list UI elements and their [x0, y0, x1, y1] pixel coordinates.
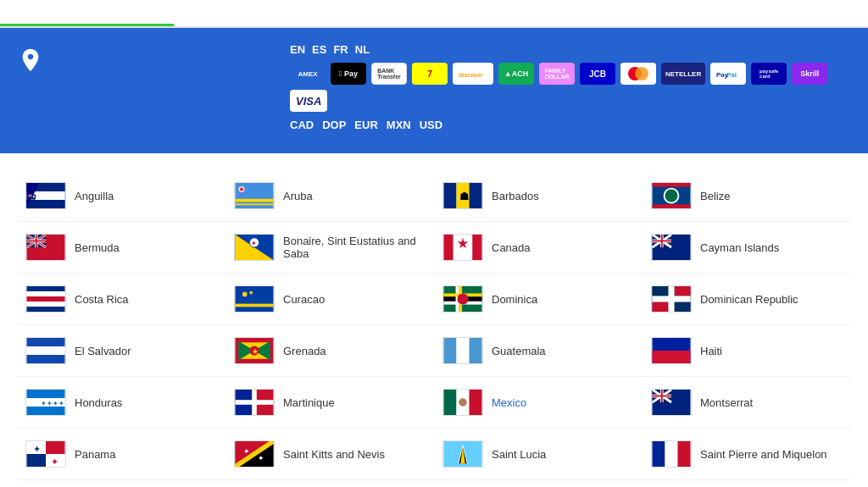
currency-eur: EUR	[354, 119, 377, 131]
country-name: Saint Kitts and Nevis	[283, 448, 385, 461]
tab-latam[interactable]	[694, 0, 868, 26]
country-flag: ✦✦	[25, 440, 66, 468]
tab-europe[interactable]	[174, 0, 348, 26]
country-item: Haiti	[643, 325, 851, 377]
pm-ach: ▲ACH	[498, 63, 534, 85]
svg-rect-73	[653, 296, 691, 302]
svg-point-62	[242, 292, 248, 297]
country-flag	[234, 389, 275, 416]
svg-text:✦: ✦	[258, 454, 264, 462]
country-name: El Salvador	[75, 345, 131, 357]
svg-rect-43	[444, 235, 453, 260]
svg-rect-94	[27, 407, 65, 415]
country-flag	[651, 285, 692, 313]
lang-es: ES	[312, 43, 326, 56]
svg-text:Pal: Pal	[726, 71, 737, 79]
svg-rect-130	[678, 441, 691, 467]
country-row: ✦✦Panama✦✦Saint Kitts and NevisSaint Luc…	[17, 429, 851, 480]
payment-methods-list: AMEX  Pay BANKTransfer 7 discover ▲ACH …	[290, 63, 851, 112]
country-flag	[651, 337, 692, 364]
tab-apac[interactable]	[348, 0, 521, 26]
svg-point-103	[459, 398, 466, 406]
country-row: Bermuda✦Bonaire, Sint Eustatius and Saba…	[17, 222, 851, 274]
lang-fr: FR	[333, 43, 348, 56]
tab-north-central[interactable]	[0, 0, 174, 26]
pm-neteller: NETELLER	[661, 63, 705, 85]
country-item: ✦Bonaire, Sint Eustatius and Saba	[225, 222, 434, 274]
country-item: Virgin Islands (British)	[643, 480, 851, 487]
country-flag: 🇦🇮	[25, 182, 66, 209]
country-row: 🇦🇮 AnguillaAruba☗BarbadosBelize	[17, 170, 851, 222]
pm-7eleven: 7	[412, 63, 448, 85]
svg-rect-79	[27, 338, 65, 346]
pm-bank: BANKTransfer	[371, 63, 407, 85]
country-flag: ☗	[442, 182, 483, 209]
country-name: Bermuda	[75, 241, 120, 254]
svg-rect-57	[27, 296, 65, 302]
currency-dop: DOP	[322, 119, 346, 131]
country-flag	[651, 182, 692, 209]
svg-rect-114	[27, 454, 47, 467]
svg-rect-45	[472, 235, 481, 260]
pm-jcb: JCB	[580, 63, 615, 85]
svg-rect-128	[653, 441, 665, 467]
country-name: Canada	[492, 241, 531, 254]
country-row: ✦✦✦✦✦HondurasMartiniqueMexicoMontserrat	[17, 377, 851, 429]
country-name: Grenada	[283, 345, 326, 357]
country-item: Curacao	[225, 274, 434, 325]
country-item: ★Grenada	[225, 325, 434, 377]
country-flag: ★	[234, 337, 275, 364]
country-item: Dominica	[434, 274, 643, 325]
pm-paysafe: paysafecard	[751, 63, 787, 85]
country-name[interactable]: Mexico	[492, 396, 526, 409]
svg-text:✦: ✦	[51, 457, 58, 467]
country-item: Mexico	[434, 377, 643, 429]
country-item: Costa Rica	[17, 274, 225, 325]
country-name: Haiti	[700, 345, 722, 357]
country-item: Cayman Islands	[643, 222, 851, 274]
svg-rect-56	[27, 291, 65, 296]
country-name: Curacao	[283, 293, 325, 306]
country-item: Bermuda	[17, 222, 225, 274]
country-name: Aruba	[283, 190, 313, 202]
svg-rect-87	[444, 338, 457, 363]
svg-text:★: ★	[252, 347, 259, 356]
svg-point-3	[635, 67, 648, 80]
svg-rect-25	[653, 183, 691, 187]
svg-rect-20	[444, 183, 457, 208]
country-item: Guatemala	[434, 325, 643, 377]
country-item: El Salvador	[17, 325, 225, 377]
svg-point-70	[457, 293, 468, 304]
svg-rect-16	[236, 203, 274, 205]
pm-mastercard	[620, 63, 656, 85]
country-flag	[25, 285, 66, 313]
country-item: Saint Pierre and Miquelon	[643, 429, 851, 480]
country-flag: ✦✦✦✦✦	[25, 389, 66, 416]
currency-usd: USD	[420, 119, 442, 131]
svg-text:✦: ✦	[251, 240, 257, 247]
svg-rect-77	[675, 302, 691, 312]
country-name: Costa Rica	[75, 293, 129, 306]
pm-amex: AMEX	[290, 63, 326, 85]
tab-africa-me[interactable]	[520, 0, 694, 26]
svg-rect-113	[46, 441, 65, 454]
country-flag	[651, 440, 692, 468]
country-item: Saint Lucia	[434, 429, 643, 480]
svg-rect-11	[27, 200, 65, 208]
country-item: Martinique	[225, 377, 434, 429]
svg-rect-55	[27, 286, 65, 291]
pm-skrill: Skrill	[792, 63, 827, 85]
location-icon	[17, 47, 44, 80]
country-name: Dominica	[492, 293, 537, 306]
country-item: ✦Saint Vincent and the Grenadines	[17, 480, 225, 487]
country-name: Saint Pierre and Miquelon	[700, 448, 827, 461]
country-item: Canada	[434, 222, 643, 274]
svg-rect-15	[236, 199, 274, 202]
pm-paypal: PayPal	[710, 63, 746, 85]
svg-rect-80	[27, 355, 65, 363]
country-name: Panama	[75, 448, 115, 461]
country-row: El Salvador★GrenadaGuatemalaHaiti	[17, 325, 851, 377]
country-row: Costa RicaCuracaoDominicaDominican Repub…	[17, 274, 851, 325]
country-item: Montserrat	[643, 377, 851, 429]
currencies-list: CAD DOP EUR MXN USD	[290, 119, 442, 131]
